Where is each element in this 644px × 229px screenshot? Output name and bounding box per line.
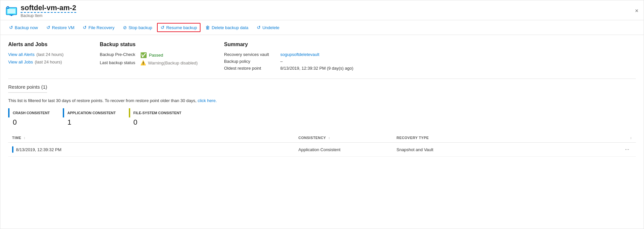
table-row: 8/13/2019, 12:39:32 PM Application Consi… [8,143,636,157]
main-content: Alerts and Jobs View all Alerts (last 24… [0,35,644,163]
crash-label: CRASH CONSISTENT [13,111,50,115]
backup-status-table: Backup Pre-Check ✅ Passed Last backup st… [100,52,224,65]
col-time[interactable]: TIME ↕ [8,133,294,143]
time-sort-icon: ↕ [24,136,26,140]
consistency-counters: CRASH CONSISTENT 0 APPLICATION CONSISTEN… [8,108,636,127]
vault-link[interactable]: sogupsoftdeletevault [280,52,319,57]
filter-notice-link[interactable]: click here. [198,98,217,103]
svg-rect-1 [8,9,15,13]
app-consistent-counter: APPLICATION CONSISTENT 1 [63,108,116,127]
policy-value: – [280,59,636,64]
crash-consistent-counter: CRASH CONSISTENT 0 [8,108,50,127]
app-label-row: APPLICATION CONSISTENT [63,108,116,117]
restore-points-table: TIME ↕ CONSISTENCY ↕ RECOVERY TYPE ↕ [8,133,636,157]
resume-backup-icon: ↺ [161,25,165,30]
time-indicator [12,146,13,153]
restore-points-section: Restore points (1) This list is filtered… [8,84,636,157]
view-jobs-sub: (last 24 hours) [35,60,62,64]
stop-backup-button[interactable]: ⊘ Stop backup [119,23,156,32]
check-icon: ✅ [140,52,147,58]
last-backup-status: Warning(Backup disabled) [148,61,198,65]
section-title-block: Restore points (1) [8,84,636,94]
pre-check-status: Passed [149,53,163,58]
undelete-button[interactable]: ↺ Undelete [253,23,283,32]
view-jobs-paragraph: View all Jobs (last 24 hours) [8,60,100,64]
view-alerts-link[interactable]: View all Alerts [8,52,35,57]
divider [8,79,636,79]
consistency-sort-icon: ↕ [328,136,330,140]
policy-label: Backup policy [224,59,276,64]
vault-label: Recovery services vault [224,52,276,57]
summary-title: Summary [224,42,636,47]
col-consistency[interactable]: CONSISTENCY ↕ [294,133,392,143]
table-header: TIME ↕ CONSISTENCY ↕ RECOVERY TYPE ↕ [8,133,636,143]
crash-value: 0 [13,118,50,127]
delete-backup-icon: 🗑 [205,25,210,30]
stop-backup-icon: ⊘ [123,25,127,30]
file-value: 0 [133,118,182,127]
backup-status-title: Backup status [100,42,224,47]
page-container: softdel-vm-am-2 Backup Item × ↺ Backup n… [0,0,644,229]
summary-section: Summary Recovery services vault sogupsof… [224,42,636,71]
pre-check-value: ✅ Passed [140,52,224,58]
cell-consistency: Application Consistent [294,143,392,157]
svg-rect-3 [9,15,13,15]
col-actions: ↕ [616,133,636,143]
file-recovery-button[interactable]: ↺ File Recovery [79,23,118,32]
undelete-icon: ↺ [257,25,261,30]
info-grid: Alerts and Jobs View all Alerts (last 24… [8,42,636,71]
last-backup-value: ⚠️ Warning(Backup disabled) [140,60,224,65]
header: softdel-vm-am-2 Backup Item × [0,0,644,20]
crash-bar [8,108,9,117]
file-label-row: FILE-SYSTEM CONSISTENT [129,108,182,117]
cell-more: ··· [616,143,636,157]
cell-recovery-type: Snapshot and Vault [392,143,616,157]
view-alerts-paragraph: View all Alerts (last 24 hours) [8,52,100,57]
delete-backup-button[interactable]: 🗑 Delete backup data [202,23,252,32]
last-backup-label: Last backup status [100,60,135,65]
page-subtitle: Backup Item [21,13,76,18]
vault-value: sogupsoftdeletevault [280,52,636,57]
app-label: APPLICATION CONSISTENT [67,111,116,115]
app-value: 1 [67,118,116,127]
restore-vm-icon: ↺ [46,25,50,30]
cell-time: 8/13/2019, 12:39:32 PM [8,143,294,157]
app-bar [63,108,64,117]
vm-icon [6,5,17,17]
alerts-title: Alerts and Jobs [8,42,100,47]
file-bar [129,108,130,117]
backup-now-button[interactable]: ↺ Backup now [6,23,42,32]
restore-vm-button[interactable]: ↺ Restore VM [43,23,78,32]
restore-points-title: Restore points (1) [8,84,47,93]
page-title: softdel-vm-am-2 [21,4,76,13]
filter-notice: This list is filtered for last 30 days o… [8,98,636,103]
backup-now-icon: ↺ [9,25,13,30]
view-alerts-sub: (last 24 hours) [36,52,63,57]
pre-check-label: Backup Pre-Check [100,52,135,58]
resume-backup-button[interactable]: ↺ Resume backup [157,23,200,32]
close-button[interactable]: × [635,8,638,14]
table-body: 8/13/2019, 12:39:32 PM Application Consi… [8,143,636,157]
warning-icon: ⚠️ [140,60,146,65]
summary-table: Recovery services vault sogupsoftdeletev… [224,52,636,71]
toolbar: ↺ Backup now ↺ Restore VM ↺ File Recover… [0,20,644,35]
backup-status-section: Backup status Backup Pre-Check ✅ Passed … [100,42,224,71]
oldest-label: Oldest restore point [224,66,276,71]
file-consistent-counter: FILE-SYSTEM CONSISTENT 0 [129,108,182,127]
oldest-value: 8/13/2019, 12:39:32 PM (9 day(s) ago) [280,66,636,71]
actions-sort-icon: ↕ [630,136,632,140]
time-cell-inner: 8/13/2019, 12:39:32 PM [12,146,290,153]
filter-notice-text: This list is filtered for last 30 days o… [8,98,197,103]
alerts-section: Alerts and Jobs View all Alerts (last 24… [8,42,100,71]
file-recovery-icon: ↺ [83,25,87,30]
crash-label-row: CRASH CONSISTENT [8,108,50,117]
header-title-block: softdel-vm-am-2 Backup Item [21,4,76,18]
view-jobs-link[interactable]: View all Jobs [8,60,33,64]
col-recovery-type: RECOVERY TYPE [392,133,616,143]
row-more-button[interactable]: ··· [622,146,632,153]
file-label: FILE-SYSTEM CONSISTENT [133,111,182,115]
